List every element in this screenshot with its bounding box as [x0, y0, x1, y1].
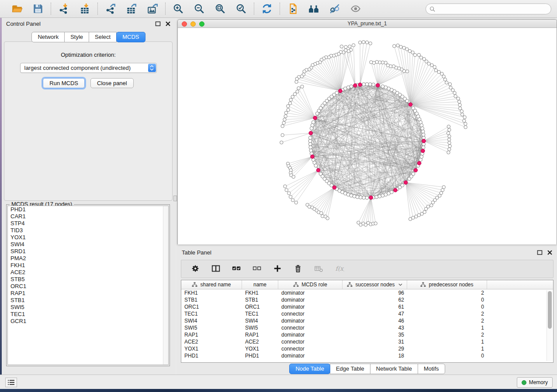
tab-network[interactable]: Network — [31, 32, 65, 42]
mcds-result-item[interactable]: PMA2 — [8, 255, 168, 262]
mcds-result-item[interactable]: GCR1 — [8, 318, 168, 325]
network-canvas[interactable] — [178, 28, 557, 244]
table-row[interactable]: PHD1PHD1dominator180 — [181, 352, 553, 359]
mcds-result-item[interactable]: STB1 — [8, 297, 168, 304]
zoom-selected-button[interactable] — [235, 2, 248, 15]
table-cell: 1 — [407, 346, 487, 352]
tab-network-table[interactable]: Network Table — [370, 364, 418, 374]
show-eye-button[interactable] — [349, 2, 362, 15]
minimize-window-button[interactable] — [190, 21, 196, 27]
mcds-result-item[interactable]: FKH1 — [8, 262, 168, 269]
export-table-button[interactable] — [125, 2, 138, 15]
table-row[interactable]: YOX1YOX1connector291 — [181, 345, 553, 352]
float-panel-icon[interactable] — [155, 21, 161, 27]
table-row[interactable]: ACE2ACE2connector311 — [181, 338, 553, 345]
search-network-button[interactable] — [307, 2, 320, 15]
close-panel-button[interactable]: Close panel — [90, 78, 134, 88]
float-panel-icon[interactable] — [537, 250, 543, 255]
mcds-result-item[interactable]: CAR1 — [8, 213, 168, 220]
open-file-button[interactable] — [10, 2, 24, 15]
table-row[interactable]: SWI4SWI4dominator462 — [181, 317, 553, 324]
result-list-scrollbar[interactable] — [163, 206, 168, 364]
table-cell: STB1 — [181, 297, 242, 303]
table-cell: PHD1 — [242, 353, 278, 359]
control-panel: Control Panel NetworkStyleSelectMCDS Opt… — [2, 18, 175, 375]
maximize-window-button[interactable] — [199, 21, 204, 27]
settings-button[interactable] — [190, 263, 201, 275]
delete-column-button[interactable] — [293, 263, 304, 275]
tab-style[interactable]: Style — [64, 32, 89, 42]
optimization-criterion-select[interactable]: largest connected component (undirected) — [20, 63, 157, 73]
column-header-successor-nodes[interactable]: successor nodes — [343, 280, 407, 289]
table-cell: connector — [278, 346, 343, 352]
export-network-button[interactable] — [104, 2, 117, 15]
add-column-button[interactable] — [272, 263, 284, 275]
table-scrollbar[interactable] — [547, 290, 552, 361]
column-header-name[interactable]: name — [242, 280, 278, 289]
mcds-result-item[interactable]: PHD1 — [8, 206, 168, 213]
mcds-result-item[interactable]: TID3 — [8, 227, 168, 234]
tab-node-table[interactable]: Node Table — [289, 364, 330, 374]
network-search-field[interactable] — [426, 3, 551, 14]
deselect-all-button[interactable] — [252, 263, 263, 275]
tab-mcds[interactable]: MCDS — [116, 32, 145, 42]
close-panel-icon[interactable] — [547, 250, 553, 255]
mcds-result-item[interactable]: ORC1 — [8, 283, 168, 290]
mcds-result-list[interactable]: PHD1CAR1STP4TID3YOX1SWI4SRD1PMA2FKH1ACE2… — [7, 206, 169, 365]
column-header-mcds-role[interactable]: MCDS role — [278, 280, 343, 289]
column-header-shared-name[interactable]: shared name — [181, 280, 242, 289]
select-all-button[interactable] — [231, 263, 242, 275]
zoom-fit-button[interactable] — [214, 2, 227, 15]
table-cell: 2 — [407, 318, 487, 324]
mcds-result-item[interactable]: ACE2 — [8, 269, 168, 276]
table-row[interactable]: TEC1TEC1connector472 — [181, 310, 553, 317]
hide-glasses-button[interactable] — [328, 2, 341, 15]
save-session-button[interactable] — [31, 2, 45, 15]
export-image-button[interactable] — [146, 2, 159, 15]
tab-select[interactable]: Select — [89, 32, 117, 42]
tab-edge-table[interactable]: Edge Table — [330, 364, 370, 374]
list-icon — [8, 380, 14, 385]
open-file-icon — [11, 3, 23, 14]
table-scrollbar-thumb[interactable] — [548, 291, 552, 329]
mcds-result-item[interactable]: SWI4 — [8, 241, 168, 248]
delete-table-button[interactable] — [313, 263, 325, 275]
memory-button[interactable]: Memory — [517, 377, 553, 388]
table-cell: PHD1 — [181, 353, 242, 359]
toolbar-separator — [97, 3, 98, 15]
table-row[interactable]: FKH1FKH1dominator962 — [181, 289, 553, 296]
table-row[interactable]: RAP1RAP1dominator352 — [181, 331, 553, 338]
table-row[interactable]: SWI5SWI5connector431 — [181, 324, 553, 331]
refresh-layout-button[interactable] — [260, 2, 273, 15]
zoom-fit-icon — [214, 3, 226, 14]
table-cell: connector — [278, 311, 343, 317]
task-history-button[interactable] — [5, 378, 17, 387]
mcds-result-item[interactable]: TEC1 — [8, 311, 168, 318]
table-header-row: shared namenameMCDS rolesuccessor nodesp… — [181, 280, 553, 289]
network-window-titlebar[interactable]: YPA_prune.txt_1 — [178, 20, 557, 28]
settings-icon — [191, 264, 201, 274]
import-table-button[interactable] — [78, 2, 91, 15]
mcds-result-item[interactable]: SWI5 — [8, 304, 168, 311]
mcds-result-item[interactable]: STP4 — [8, 220, 168, 227]
function-button[interactable]: f(x) — [334, 263, 345, 275]
zoom-out-button[interactable] — [193, 2, 206, 15]
panel-splitter-handle[interactable] — [173, 196, 177, 201]
tab-motifs[interactable]: Motifs — [418, 364, 445, 374]
table-row[interactable]: ORC1ORC1dominator610 — [181, 303, 553, 310]
search-input[interactable] — [436, 6, 551, 12]
table-row[interactable]: STB1STB1dominator620 — [181, 296, 553, 303]
run-mcds-button[interactable]: Run MCDS — [43, 78, 85, 88]
mcds-result-item[interactable]: SRD1 — [8, 248, 168, 255]
mcds-result-item[interactable]: YOX1 — [8, 234, 168, 241]
share-document-button[interactable] — [286, 2, 299, 15]
mcds-result-item[interactable]: STB5 — [8, 276, 168, 283]
close-window-button[interactable] — [182, 21, 187, 27]
table-cell: FKH1 — [242, 290, 278, 296]
close-panel-icon[interactable] — [165, 21, 171, 27]
split-view-button[interactable] — [211, 263, 222, 275]
import-network-button[interactable] — [57, 2, 70, 15]
mcds-result-item[interactable]: RAP1 — [8, 290, 168, 297]
zoom-in-button[interactable] — [172, 2, 185, 15]
column-header-predecessor-nodes[interactable]: predecessor nodes — [407, 280, 487, 289]
